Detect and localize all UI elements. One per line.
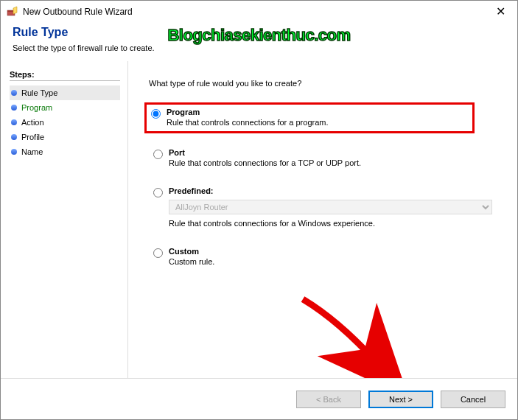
page-subtitle: Select the type of firewall rule to crea…	[13, 43, 505, 52]
window-title: New Outbound Rule Wizard	[23, 7, 490, 17]
step-name[interactable]: Name	[10, 144, 120, 159]
option-port-title: Port	[169, 148, 492, 157]
steps-heading: Steps:	[10, 70, 120, 79]
step-bullet-icon	[11, 149, 17, 155]
step-bullet-icon	[11, 119, 17, 125]
option-custom-desc: Custom rule.	[169, 257, 492, 266]
titlebar: New Outbound Rule Wizard ✕	[1, 1, 517, 21]
step-bullet-icon	[11, 105, 17, 111]
step-bullet-icon	[11, 90, 17, 96]
option-program-title: Program	[167, 108, 468, 116]
step-label: Name	[21, 147, 43, 156]
step-bullet-icon	[11, 134, 17, 140]
step-label: Rule Type	[21, 88, 57, 97]
content-pane: What type of rule would you like to crea…	[127, 61, 517, 378]
step-program[interactable]: Program	[10, 100, 120, 115]
footer: < Back Next > Cancel	[1, 378, 517, 419]
option-custom[interactable]: Custom Custom rule.	[149, 244, 497, 270]
step-action[interactable]: Action	[10, 115, 120, 130]
option-port-desc: Rule that controls connections for a TCP…	[169, 158, 492, 167]
steps-sidebar: Steps: Rule Type Program Action Profile …	[1, 61, 127, 378]
option-program[interactable]: Program Rule that controls connections f…	[144, 102, 475, 133]
step-rule-type[interactable]: Rule Type	[10, 85, 120, 100]
predefined-select: AllJoyn Router	[169, 200, 492, 214]
wizard-body: Steps: Rule Type Program Action Profile …	[1, 61, 517, 378]
step-label: Action	[21, 118, 44, 127]
step-label: Profile	[21, 133, 44, 141]
header: Blogchiasekienthuc.com Rule Type Select …	[1, 21, 517, 61]
option-program-desc: Rule that controls connections for a pro…	[167, 118, 468, 127]
radio-program[interactable]	[151, 109, 161, 119]
content-prompt: What type of rule would you like to crea…	[149, 79, 497, 88]
next-button[interactable]: Next >	[368, 391, 433, 408]
firewall-wizard-icon	[7, 6, 18, 18]
radio-custom[interactable]	[153, 248, 163, 258]
cancel-button[interactable]: Cancel	[441, 391, 505, 408]
steps-divider	[10, 80, 120, 81]
back-button: < Back	[296, 391, 361, 408]
option-predefined[interactable]: Predefined: AllJoyn Router Rule that con…	[149, 183, 497, 232]
radio-predefined[interactable]	[153, 188, 163, 197]
radio-port[interactable]	[153, 150, 163, 159]
option-predefined-title: Predefined:	[169, 186, 492, 195]
option-port[interactable]: Port Rule that controls connections for …	[149, 145, 497, 172]
option-predefined-desc: Rule that controls connections for a Win…	[169, 219, 492, 228]
page-title: Rule Type	[13, 26, 505, 39]
option-custom-title: Custom	[169, 247, 492, 256]
step-profile[interactable]: Profile	[10, 130, 120, 144]
step-label: Program	[21, 103, 52, 112]
close-button[interactable]: ✕	[490, 6, 511, 18]
